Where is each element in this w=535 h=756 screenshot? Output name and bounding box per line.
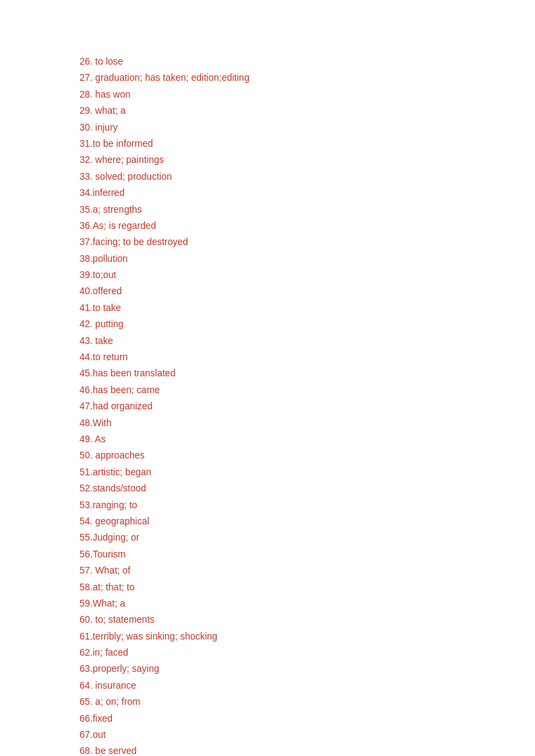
list-item: 40.offered	[80, 283, 535, 298]
list-item: 36.As; is regarded	[80, 218, 535, 233]
list-item: 68. be served	[80, 743, 535, 756]
list-item: 58.at; that; to	[80, 580, 535, 594]
list-item: 67.out	[80, 727, 535, 742]
list-item: 26. to lose	[80, 54, 535, 69]
list-item: 37.facing; to be destroyed	[80, 234, 535, 249]
answer-list: 26. to lose27. graduation; has taken; ed…	[80, 54, 535, 756]
list-item: 46.has been; came	[80, 382, 535, 397]
list-item: 34.inferred	[80, 185, 535, 200]
list-item: 30. injury	[80, 120, 535, 135]
list-item: 31.to be informed	[80, 136, 535, 151]
list-item: 41.to take	[80, 300, 535, 315]
list-item: 62.in; faced	[80, 645, 535, 660]
list-item: 59.What; a	[80, 596, 535, 611]
list-item: 47.had organized	[80, 399, 535, 413]
list-item: 61.terribly; was sinking; shocking	[80, 629, 535, 644]
list-item: 49. As	[80, 432, 535, 446]
list-item: 50. approaches	[80, 448, 535, 462]
list-item: 57. What; of	[80, 563, 535, 578]
list-item: 52.stands/stood	[80, 481, 535, 495]
list-item: 42. putting	[80, 316, 535, 331]
list-item: 64. insurance	[80, 678, 535, 693]
list-item: 60. to; statements	[80, 612, 535, 627]
list-item: 66.fixed	[80, 711, 535, 726]
list-item: 32. where; paintings	[80, 152, 535, 167]
list-item: 55.Judging; or	[80, 530, 535, 545]
list-item: 28. has won	[80, 87, 535, 102]
list-item: 44.to return	[80, 349, 535, 364]
list-item: 48.With	[80, 415, 535, 430]
list-item: 54. geographical	[80, 514, 535, 528]
list-item: 39.to;out	[80, 267, 535, 282]
list-item: 35.a; strengths	[80, 202, 535, 217]
list-item: 27. graduation; has taken; edition;editi…	[80, 70, 535, 85]
list-item: 33. solved; production	[80, 169, 535, 184]
list-item: 29. what; a	[80, 103, 535, 118]
list-item: 56.Tourism	[80, 547, 535, 561]
list-item: 45.has been translated	[80, 366, 535, 380]
list-item: 51.artistic; began	[80, 465, 535, 479]
list-item: 38.pollution	[80, 251, 535, 266]
list-item: 43. take	[80, 333, 535, 348]
list-item: 65. a; on; from	[80, 694, 535, 709]
list-item: 63.properly; saying	[80, 661, 535, 676]
list-item: 53.ranging; to	[80, 497, 535, 512]
